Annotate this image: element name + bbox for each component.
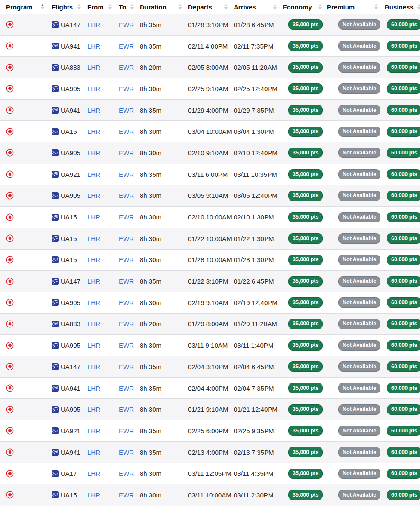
table-row[interactable]: UA921 LHR EWR 8h 35m 02/25 6:00PM 02/25 …	[0, 420, 420, 441]
origin-airport-link[interactable]: LHR	[87, 149, 100, 157]
premium-availability-badge[interactable]: Not Available	[338, 191, 380, 201]
table-row[interactable]: UA941 LHR EWR 8h 35m 02/13 4:00PM 02/13 …	[0, 441, 420, 463]
premium-availability-badge[interactable]: Not Available	[338, 490, 380, 500]
economy-points-badge[interactable]: 35,000 pts	[288, 148, 323, 158]
business-points-badge[interactable]: 60,000 pts	[387, 212, 420, 222]
column-header-flights[interactable]: Flights	[49, 3, 86, 11]
table-row[interactable]: UA941 LHR EWR 8h 35m 02/11 4:00PM 02/11 …	[0, 35, 420, 57]
economy-points-badge[interactable]: 35,000 pts	[288, 319, 323, 329]
premium-availability-badge[interactable]: Not Available	[338, 276, 380, 287]
destination-airport-link[interactable]: EWR	[119, 406, 134, 413]
sort-icon[interactable]	[417, 4, 420, 9]
table-row[interactable]: UA15 LHR EWR 8h 30m 03/04 10:00AM 03/04 …	[0, 120, 420, 142]
sort-icon[interactable]	[374, 4, 378, 9]
premium-availability-badge[interactable]: Not Available	[338, 62, 380, 73]
origin-airport-link[interactable]: LHR	[87, 470, 100, 477]
origin-airport-link[interactable]: LHR	[87, 342, 100, 349]
premium-availability-badge[interactable]: Not Available	[338, 212, 380, 222]
table-row[interactable]: UA147 LHR EWR 8h 35m 02/04 3:10PM 02/04 …	[0, 356, 420, 377]
economy-points-badge[interactable]: 35,000 pts	[288, 383, 323, 393]
origin-airport-link[interactable]: LHR	[87, 21, 100, 28]
table-row[interactable]: UA905 LHR EWR 8h 30m 02/25 9:10AM 02/25 …	[0, 78, 420, 99]
business-points-badge[interactable]: 60,000 pts	[387, 297, 420, 308]
economy-points-badge[interactable]: 35,000 pts	[288, 83, 323, 94]
destination-airport-link[interactable]: EWR	[119, 21, 134, 28]
sort-icon[interactable]	[130, 4, 134, 9]
column-header-arrives[interactable]: Arrives	[233, 3, 282, 11]
economy-points-badge[interactable]: 35,000 pts	[288, 19, 323, 30]
business-points-badge[interactable]: 60,000 pts	[387, 126, 420, 137]
sort-icon[interactable]	[224, 4, 228, 9]
economy-points-badge[interactable]: 35,000 pts	[288, 126, 323, 137]
business-points-badge[interactable]: 60,000 pts	[387, 276, 420, 287]
premium-availability-badge[interactable]: Not Available	[338, 469, 380, 479]
premium-availability-badge[interactable]: Not Available	[338, 297, 380, 308]
origin-airport-link[interactable]: LHR	[87, 299, 100, 306]
destination-airport-link[interactable]: EWR	[119, 149, 134, 157]
table-row[interactable]: UA921 LHR EWR 8h 35m 03/11 6:00PM 03/11 …	[0, 164, 420, 185]
business-points-badge[interactable]: 60,000 pts	[387, 255, 420, 265]
origin-airport-link[interactable]: LHR	[87, 107, 100, 114]
premium-availability-badge[interactable]: Not Available	[338, 148, 380, 158]
premium-availability-badge[interactable]: Not Available	[338, 41, 380, 51]
table-row[interactable]: UA883 LHR EWR 8h 20m 02/05 8:00AM 02/05 …	[0, 56, 420, 78]
destination-airport-link[interactable]: EWR	[119, 192, 134, 199]
economy-points-badge[interactable]: 35,000 pts	[288, 404, 323, 415]
table-row[interactable]: UA147 LHR EWR 8h 35m 01/22 3:10PM 01/22 …	[0, 270, 420, 292]
origin-airport-link[interactable]: LHR	[87, 363, 100, 370]
destination-airport-link[interactable]: EWR	[119, 363, 134, 370]
origin-airport-link[interactable]: LHR	[87, 449, 100, 456]
destination-airport-link[interactable]: EWR	[119, 64, 134, 71]
business-points-badge[interactable]: 60,000 pts	[387, 490, 420, 500]
origin-airport-link[interactable]: LHR	[87, 320, 100, 327]
destination-airport-link[interactable]: EWR	[119, 385, 134, 392]
sort-icon[interactable]	[179, 4, 182, 9]
destination-airport-link[interactable]: EWR	[119, 427, 134, 435]
economy-points-badge[interactable]: 35,000 pts	[288, 255, 323, 265]
table-row[interactable]: UA905 LHR EWR 8h 30m 01/21 9:10AM 01/21 …	[0, 398, 420, 420]
table-row[interactable]: UA905 LHR EWR 8h 30m 02/10 9:10AM 02/10 …	[0, 142, 420, 164]
destination-airport-link[interactable]: EWR	[119, 43, 134, 50]
column-header-duration[interactable]: Duration	[139, 3, 187, 11]
origin-airport-link[interactable]: LHR	[87, 85, 100, 93]
table-row[interactable]: UA905 LHR EWR 8h 30m 02/19 9:10AM 02/19 …	[0, 292, 420, 313]
destination-airport-link[interactable]: EWR	[119, 213, 134, 221]
destination-airport-link[interactable]: EWR	[119, 171, 134, 178]
business-points-badge[interactable]: 60,000 pts	[387, 383, 420, 393]
business-points-badge[interactable]: 60,000 pts	[387, 105, 420, 115]
business-points-badge[interactable]: 60,000 pts	[387, 62, 420, 73]
table-row[interactable]: UA147 LHR EWR 8h 35m 01/28 3:10PM 01/28 …	[0, 14, 420, 35]
economy-points-badge[interactable]: 35,000 pts	[288, 490, 323, 500]
destination-airport-link[interactable]: EWR	[119, 320, 134, 327]
table-row[interactable]: UA883 LHR EWR 8h 20m 01/29 8:00AM 01/29 …	[0, 313, 420, 335]
sort-icon[interactable]	[318, 4, 322, 9]
business-points-badge[interactable]: 60,000 pts	[387, 319, 420, 329]
premium-availability-badge[interactable]: Not Available	[338, 361, 380, 372]
origin-airport-link[interactable]: LHR	[87, 385, 100, 392]
table-row[interactable]: UA905 LHR EWR 8h 30m 03/11 9:10AM 03/11 …	[0, 334, 420, 356]
premium-availability-badge[interactable]: Not Available	[338, 340, 380, 351]
origin-airport-link[interactable]: LHR	[87, 213, 100, 221]
economy-points-badge[interactable]: 35,000 pts	[288, 447, 323, 457]
business-points-badge[interactable]: 60,000 pts	[387, 426, 420, 436]
economy-points-badge[interactable]: 35,000 pts	[288, 469, 323, 479]
origin-airport-link[interactable]: LHR	[87, 128, 100, 135]
business-points-badge[interactable]: 60,000 pts	[387, 148, 420, 158]
business-points-badge[interactable]: 60,000 pts	[387, 169, 420, 179]
origin-airport-link[interactable]: LHR	[87, 192, 100, 199]
premium-availability-badge[interactable]: Not Available	[338, 404, 380, 415]
business-points-badge[interactable]: 60,000 pts	[387, 447, 420, 457]
origin-airport-link[interactable]: LHR	[87, 427, 100, 435]
premium-availability-badge[interactable]: Not Available	[338, 126, 380, 137]
sort-icon[interactable]	[108, 4, 112, 9]
business-points-badge[interactable]: 60,000 pts	[387, 83, 420, 94]
sort-icon[interactable]	[41, 4, 44, 9]
origin-airport-link[interactable]: LHR	[87, 43, 100, 50]
destination-airport-link[interactable]: EWR	[119, 342, 134, 349]
economy-points-badge[interactable]: 35,000 pts	[288, 191, 323, 201]
destination-airport-link[interactable]: EWR	[119, 235, 134, 242]
destination-airport-link[interactable]: EWR	[119, 107, 134, 114]
economy-points-badge[interactable]: 35,000 pts	[288, 41, 323, 51]
origin-airport-link[interactable]: LHR	[87, 64, 100, 71]
premium-availability-badge[interactable]: Not Available	[338, 233, 380, 244]
